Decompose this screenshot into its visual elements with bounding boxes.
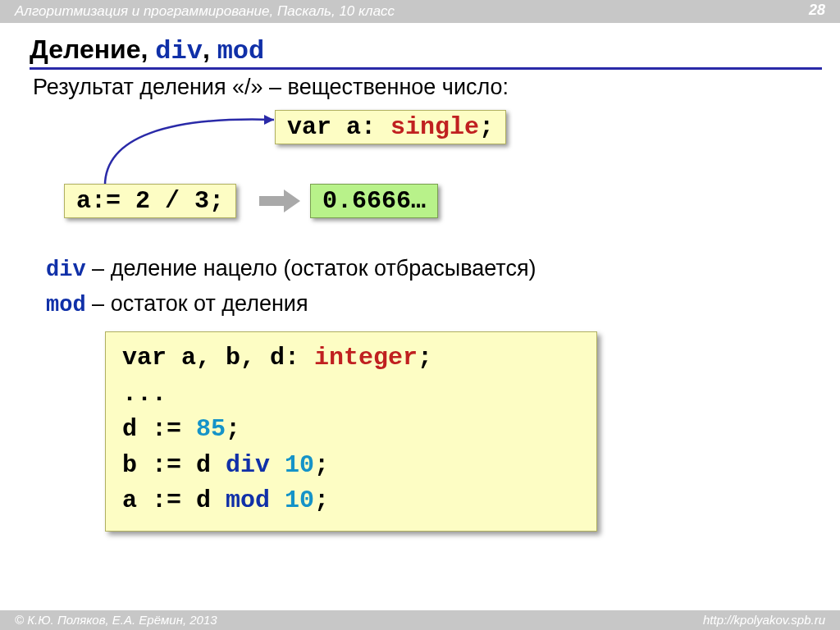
url: http://kpolyakov.spb.ru (703, 610, 825, 630)
slide-footer: © К.Ю. Поляков, Е.А. Ерёмин, 2013 http:/… (0, 610, 840, 630)
slide-header: Алгоритмизация и программирование, Паска… (0, 0, 840, 23)
example-stage: var a: single; a:= 2 / 3; 0.6666… (0, 108, 840, 252)
mod-text: – остаток от деления (86, 291, 308, 316)
mod-definition: mod – остаток от деления (46, 287, 840, 322)
code-div-kw: div (226, 451, 270, 479)
code-num-85: 85 (196, 415, 226, 443)
code-num-10b: 10 (285, 486, 314, 514)
var-post: ; (479, 113, 494, 141)
result-arrow-icon (259, 191, 300, 211)
var-pre: var a: (287, 113, 390, 141)
code-type: integer (314, 344, 418, 372)
var-type: single (390, 113, 479, 141)
code-l5e: ; (314, 486, 329, 514)
div-keyword: div (46, 258, 86, 282)
code-mod-kw: mod (226, 486, 270, 514)
title-text: Деление, (30, 34, 148, 64)
copyright: © К.Ю. Поляков, Е.А. Ерёмин, 2013 (15, 610, 217, 630)
title-div-kw: div (155, 36, 203, 66)
code-l1a: var a, b, d: (122, 344, 314, 372)
code-l3a: d := (122, 415, 196, 443)
course-title: Алгоритмизация и программирование, Паска… (15, 0, 395, 23)
result-box: 0.6666… (310, 184, 438, 218)
result-value: 0.6666… (322, 187, 426, 215)
code-l1c: ; (418, 344, 432, 372)
subtitle-text: Результат деления «/» – вещественное чис… (33, 75, 840, 100)
div-text: – деление нацело (остаток отбрасывается) (86, 256, 536, 281)
code-l5a: a := d (122, 486, 226, 514)
div-definition: div – деление нацело (остаток отбрасывае… (46, 252, 840, 287)
code-l4e: ; (314, 451, 329, 479)
code-example-box: var a, b, d: integer; ... d := 85; b := … (105, 331, 597, 532)
assignment-box: a:= 2 / 3; (64, 184, 236, 218)
assignment-code: a:= 2 / 3; (76, 187, 224, 215)
definitions: div – деление нацело (остаток отбрасывае… (46, 252, 840, 322)
svg-marker-0 (264, 115, 274, 125)
mod-keyword: mod (46, 293, 86, 317)
code-l4a: b := d (122, 451, 226, 479)
code-num-10a: 10 (285, 451, 314, 479)
code-l4c (270, 451, 285, 479)
code-l2: ... (122, 380, 167, 408)
code-l5c (270, 486, 285, 514)
slide-title: Деление, div, mod (30, 34, 822, 70)
var-declaration-box: var a: single; (275, 110, 506, 144)
code-l3c: ; (226, 415, 240, 443)
page-number: 28 (809, 0, 825, 21)
title-sep: , (203, 34, 210, 64)
title-mod-kw: mod (217, 36, 265, 66)
